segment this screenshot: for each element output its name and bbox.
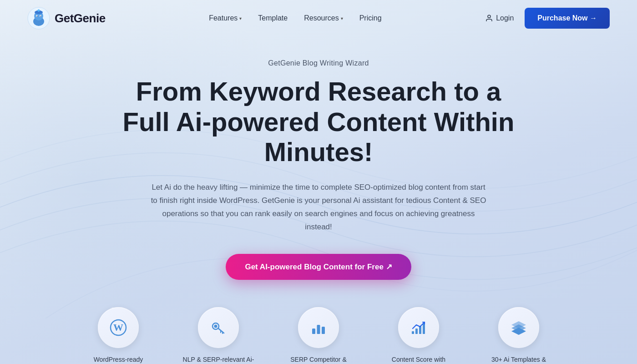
svg-rect-22 — [415, 329, 418, 334]
logo-icon — [27, 7, 50, 30]
navbar: GetGenie Features ▾ Template Resources ▾… — [0, 0, 637, 36]
feature-label-0: WordPress-ready Workflow & Full-fledged … — [82, 355, 155, 364]
nav-pricing[interactable]: Pricing — [359, 14, 382, 22]
feature-label-1: NLP & SERP-relevant Ai-filtered Keywords — [182, 355, 255, 364]
nav-right: Login Purchase Now → — [485, 8, 610, 29]
trending-up-icon — [410, 318, 428, 337]
feature-label-4: 30+ Ai Templates & Workflows at Disposal — [482, 355, 555, 364]
svg-text:W: W — [113, 322, 123, 333]
feature-label-2: SERP Competitor & Forum Question Analysi… — [282, 355, 355, 364]
layers-icon — [510, 318, 528, 337]
bar-chart-icon — [309, 318, 328, 337]
feature-wordpress: W WordPress-ready Workflow & Full-fledge… — [68, 307, 168, 364]
nav-template[interactable]: Template — [258, 14, 288, 22]
svg-point-5 — [38, 10, 40, 12]
feature-content-score: Content Score with Competitor H2H Compar… — [369, 307, 469, 364]
feature-templates: 30+ Ai Templates & Workflows at Disposal — [469, 307, 569, 364]
svg-rect-18 — [312, 329, 315, 334]
user-icon — [485, 14, 493, 22]
feature-icon-circle-templates — [498, 307, 539, 348]
nav-features[interactable]: Features ▾ — [209, 14, 242, 22]
feature-icon-circle-wordpress: W — [98, 307, 139, 348]
feature-icon-circle-serp — [298, 307, 339, 348]
nav-menu: Features ▾ Template Resources ▾ Pricing — [209, 14, 381, 22]
svg-point-8 — [37, 16, 38, 17]
features-row: W WordPress-ready Workflow & Full-fledge… — [0, 280, 637, 364]
svg-rect-21 — [412, 331, 414, 334]
svg-rect-19 — [317, 325, 320, 334]
feature-icon-circle-nlp — [198, 307, 239, 348]
feature-serp: SERP Competitor & Forum Question Analysi… — [268, 307, 369, 364]
chevron-down-icon: ▾ — [239, 16, 242, 21]
chevron-down-icon: ▾ — [341, 16, 343, 21]
hero-section: GetGenie Blog Writing Wizard From Keywor… — [0, 36, 637, 280]
svg-point-9 — [40, 16, 41, 17]
svg-rect-24 — [423, 323, 425, 334]
logo-link[interactable]: GetGenie — [27, 7, 106, 30]
feature-nlp: NLP & SERP-relevant Ai-filtered Keywords — [168, 307, 268, 364]
purchase-button[interactable]: Purchase Now → — [525, 8, 610, 29]
hero-cta-button[interactable]: Get AI-powered Blog Content for Free ↗ — [226, 254, 411, 280]
svg-point-14 — [214, 324, 217, 328]
svg-point-10 — [488, 15, 490, 18]
feature-icon-circle-score — [398, 307, 439, 348]
brand-name: GetGenie — [55, 11, 106, 25]
svg-rect-20 — [322, 327, 325, 334]
hero-subtitle: GetGenie Blog Writing Wizard — [268, 59, 369, 67]
login-button[interactable]: Login — [485, 14, 514, 22]
feature-label-3: Content Score with Competitor H2H Compar… — [382, 355, 455, 364]
wordpress-icon: W — [109, 318, 127, 337]
hero-description: Let Ai do the heavy lifting — minimize t… — [150, 181, 487, 234]
nav-resources[interactable]: Resources ▾ — [304, 14, 343, 22]
key-icon — [209, 318, 228, 337]
hero-title: From Keyword Research to a Full Ai-power… — [114, 76, 523, 167]
